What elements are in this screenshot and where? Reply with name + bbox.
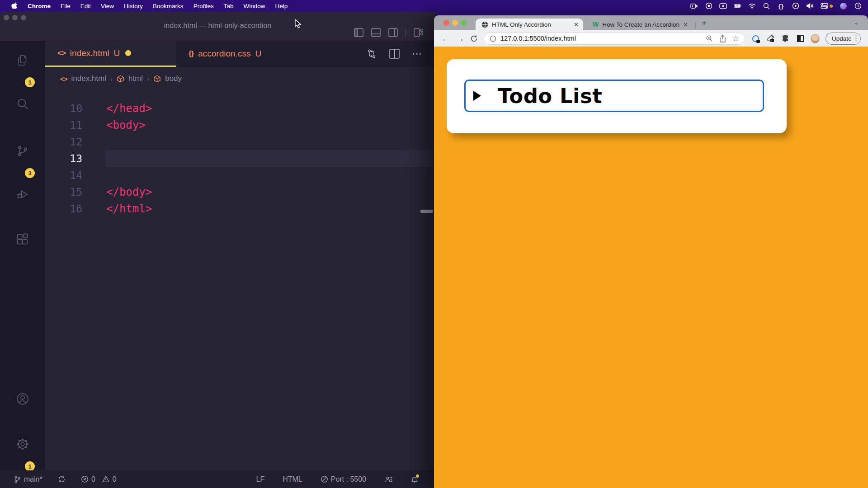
close-window-button[interactable]	[4, 15, 9, 20]
unsaved-dot-icon[interactable]	[125, 50, 131, 56]
url-text[interactable]: 127.0.0.1:5500/index.html	[500, 35, 702, 42]
line-number: 13	[45, 153, 82, 164]
settings-badge: 1	[25, 461, 35, 471]
code-line-current[interactable]: 13	[45, 150, 435, 167]
more-actions-icon[interactable]: ⋯	[412, 48, 423, 60]
browser-tab[interactable]: W How To Create an Accordion ✕	[587, 19, 693, 30]
settings-gear-icon[interactable]	[16, 437, 29, 451]
warning-count: 0	[113, 475, 117, 483]
close-tab-icon[interactable]: ✕	[574, 21, 579, 28]
control-center-icon[interactable]	[821, 2, 833, 10]
code-line[interactable]: 12	[45, 133, 435, 150]
forward-button[interactable]: →	[456, 34, 464, 43]
menu-chrome[interactable]: Chrome	[23, 3, 56, 9]
scrollbar-handle[interactable]	[420, 210, 433, 213]
record-icon[interactable]	[705, 2, 712, 10]
editor-tab-index-html[interactable]: <> index.html U	[45, 41, 176, 67]
code-line[interactable]: 15</body>	[45, 183, 435, 200]
language-mode[interactable]: HTML	[283, 475, 302, 483]
breadcrumb-html[interactable]: html	[128, 74, 143, 83]
colorpicker-extension-icon[interactable]	[766, 34, 775, 43]
live-server-port[interactable]: Port : 5500	[321, 475, 366, 483]
customize-layout-icon[interactable]	[414, 28, 424, 37]
browser-tab-active[interactable]: HTML Only Accordion ✕	[476, 19, 583, 30]
address-bar[interactable]: 127.0.0.1:5500/index.html ☆	[484, 33, 745, 45]
menu-history[interactable]: History	[119, 3, 148, 9]
wifi-icon[interactable]	[748, 2, 756, 10]
current-line-highlight	[105, 150, 433, 167]
eol-indicator[interactable]: LF	[256, 475, 264, 483]
screen-share-icon[interactable]	[719, 2, 727, 10]
menu-file[interactable]: File	[56, 3, 75, 9]
account-icon[interactable]	[16, 392, 29, 406]
profile-avatar[interactable]	[811, 34, 820, 43]
volume-icon[interactable]	[806, 2, 814, 10]
code-line[interactable]: 16</html>	[45, 200, 435, 217]
menu-help[interactable]: Help	[270, 3, 292, 9]
details-marker-triangle-icon[interactable]	[473, 91, 481, 101]
sync-status[interactable]	[58, 475, 66, 483]
problems-status[interactable]: 0 0	[81, 475, 117, 483]
css-file-icon: {}	[189, 49, 193, 58]
source-control-icon[interactable]	[16, 144, 29, 158]
onepassword-extension-icon[interactable]	[751, 34, 760, 43]
macos-menubar: Chrome File Edit View History Bookmarks …	[0, 0, 868, 12]
code-line[interactable]: 10</head>	[45, 100, 435, 117]
explorer-icon[interactable]	[16, 53, 29, 67]
split-editor-icon[interactable]	[389, 49, 400, 59]
menu-edit[interactable]: Edit	[75, 3, 96, 9]
siri-icon[interactable]	[840, 2, 847, 10]
breadcrumb-file[interactable]: index.html	[71, 74, 106, 83]
editor-tab-accordion-css[interactable]: {} accordion.css U	[176, 41, 307, 67]
menu-profiles[interactable]: Profiles	[189, 3, 219, 9]
extensions-puzzle-icon[interactable]	[781, 34, 790, 43]
clock-icon[interactable]	[854, 2, 862, 10]
vscode-titlebar[interactable]: index.html — html-only-accordion	[0, 12, 435, 41]
notifications-bell-icon[interactable]	[410, 475, 418, 483]
update-chrome-button[interactable]: Update	[826, 33, 861, 45]
breadcrumb-body[interactable]: body	[165, 74, 182, 83]
minimize-window-button[interactable]	[12, 15, 18, 20]
toggle-sidebar-icon[interactable]	[354, 28, 363, 37]
accordion-summary[interactable]: Todo List	[464, 80, 764, 112]
code-line[interactable]: 11<body>	[45, 117, 435, 133]
code-editor[interactable]: 10</head> 11<body> 12 13 14 15</body> 16…	[45, 90, 435, 470]
tab-search-chevron-icon[interactable]: ⌄	[854, 19, 859, 26]
site-info-icon[interactable]	[490, 35, 496, 42]
update-label: Update	[832, 35, 852, 42]
search-icon[interactable]	[16, 97, 29, 111]
new-tab-button[interactable]: +	[702, 18, 707, 28]
open-changes-icon[interactable]	[366, 48, 377, 59]
menubar-status-icons: { }	[690, 2, 868, 10]
run-debug-icon[interactable]	[16, 188, 29, 201]
back-button[interactable]: ←	[441, 34, 450, 43]
menu-tab[interactable]: Tab	[219, 3, 239, 9]
menu-bookmarks[interactable]: Bookmarks	[148, 3, 189, 9]
share-icon[interactable]	[719, 35, 726, 42]
video-camera-icon[interactable]	[690, 2, 698, 10]
darkmode-extension-icon[interactable]	[796, 34, 805, 43]
toggle-secondary-sidebar-icon[interactable]	[388, 28, 398, 37]
menu-view[interactable]: View	[96, 3, 119, 9]
battery-charging-icon[interactable]	[734, 2, 741, 10]
extensions-icon[interactable]	[16, 233, 29, 246]
chevron-right-icon: ›	[147, 75, 149, 83]
toggle-panel-icon[interactable]	[371, 28, 381, 37]
zoom-window-button[interactable]	[21, 15, 26, 20]
close-window-button[interactable]	[443, 20, 449, 26]
line-number: 14	[45, 169, 82, 181]
close-tab-icon[interactable]: ✕	[683, 21, 688, 28]
git-branch-status[interactable]: main*	[14, 475, 42, 483]
spotlight-search-icon[interactable]	[763, 2, 770, 10]
minimize-window-button[interactable]	[452, 20, 458, 26]
apple-logo-icon[interactable]	[6, 2, 23, 9]
code-braces-icon[interactable]: { }	[777, 2, 785, 10]
bookmark-star-icon[interactable]: ☆	[732, 34, 739, 43]
play-circle-icon[interactable]	[792, 2, 799, 10]
menu-window[interactable]: Window	[238, 3, 270, 9]
zoom-page-icon[interactable]	[706, 35, 713, 42]
zoom-window-button[interactable]	[461, 20, 467, 26]
live-share-icon[interactable]	[384, 475, 392, 483]
code-line[interactable]: 14	[45, 167, 435, 183]
reload-button[interactable]	[470, 35, 478, 42]
